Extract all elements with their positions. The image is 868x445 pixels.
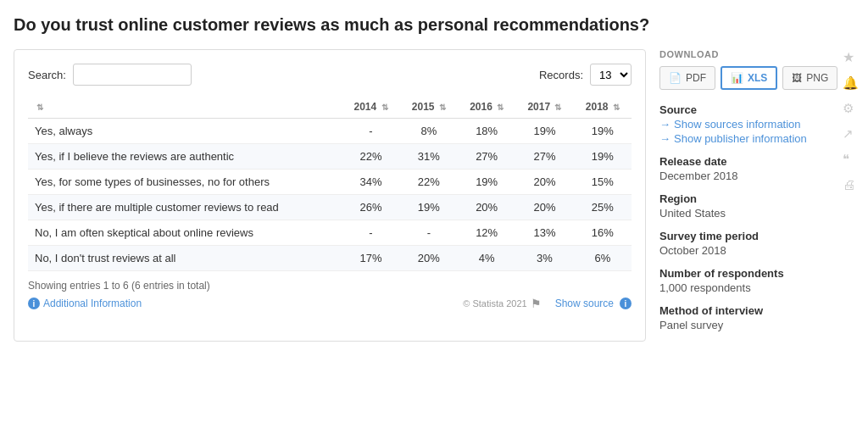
flag-icon: ⚑ [531, 297, 542, 310]
col-2018-label: 2018 [586, 101, 609, 113]
row-2017-value: 3% [515, 246, 573, 271]
table-row: No, I am often skeptical about online re… [28, 220, 632, 246]
row-2015-value: 8% [400, 119, 458, 144]
side-icons-strip: ★ 🔔 ⚙ ↗ ❝ 🖨 [843, 49, 859, 192]
png-download-button[interactable]: 🖼 PNG [782, 66, 837, 90]
col-header-2015[interactable]: 2015 ⇅ [400, 96, 458, 119]
row-2017-value: 19% [515, 119, 573, 144]
source-label: Source [659, 103, 837, 116]
right-panel: DOWNLOAD 📄 PDF 📊 XLS 🖼 PNG [659, 49, 854, 342]
right-content: DOWNLOAD 📄 PDF 📊 XLS 🖼 PNG [659, 49, 837, 342]
data-table: ⇅ 2014 ⇅ 2015 ⇅ 2016 ⇅ [28, 96, 632, 271]
page-title: Do you trust online customer reviews as … [14, 14, 854, 36]
respondents-item: Number of respondents 1,000 respondents [659, 267, 837, 294]
gear-icon[interactable]: ⚙ [843, 101, 859, 116]
show-sources-text: Show sources information [674, 118, 801, 131]
row-2015-value: 20% [400, 246, 458, 271]
row-2017-value: 27% [515, 144, 573, 170]
pdf-icon: 📄 [669, 72, 682, 84]
row-2015-value: 31% [400, 144, 458, 170]
method-of-interview-item: Method of interview Panel survey [659, 304, 837, 331]
col-header-2017[interactable]: 2017 ⇅ [515, 96, 573, 119]
table-header-row: ⇅ 2014 ⇅ 2015 ⇅ 2016 ⇅ [28, 96, 632, 119]
sort-icon-2014: ⇅ [381, 103, 388, 112]
row-2016-value: 19% [458, 170, 515, 195]
credit-text: © Statista 2021 [463, 298, 526, 309]
search-label: Search: [28, 69, 66, 81]
records-select[interactable]: 13 10 25 50 [590, 64, 632, 86]
table-row: Yes, if I believe the reviews are authen… [28, 144, 632, 170]
row-label: Yes, always [28, 119, 342, 144]
download-section: DOWNLOAD 📄 PDF 📊 XLS 🖼 PNG [659, 49, 837, 90]
xls-icon: 📊 [731, 72, 743, 84]
show-sources-link[interactable]: → Show sources information [659, 118, 837, 131]
download-label: DOWNLOAD [659, 49, 837, 59]
col-header-2016[interactable]: 2016 ⇅ [458, 96, 515, 119]
row-2016-value: 18% [458, 119, 515, 144]
row-label: Yes, if there are multiple customer revi… [28, 195, 342, 220]
show-source-label: Show source [555, 298, 614, 309]
col-header-label[interactable]: ⇅ [28, 96, 342, 119]
col-2016-label: 2016 [470, 101, 492, 113]
row-2014-value: - [342, 119, 399, 144]
show-publisher-link[interactable]: → Show publisher information [659, 132, 837, 145]
row-2014-value: 22% [342, 144, 399, 170]
meta-section: Source → Show sources information → Show… [659, 103, 837, 331]
sort-icon-2016: ⇅ [497, 103, 504, 112]
additional-info-link[interactable]: i Additional Information [28, 298, 142, 309]
survey-time-period-value: October 2018 [659, 244, 837, 257]
table-area: ⇅ 2014 ⇅ 2015 ⇅ 2016 ⇅ [28, 96, 632, 310]
xls-label: XLS [748, 72, 767, 84]
data-panel: Search: Records: 13 10 25 50 ⇅ [14, 49, 646, 342]
star-icon[interactable]: ★ [843, 49, 859, 65]
xls-download-button[interactable]: 📊 XLS [721, 66, 777, 90]
row-2018-value: 15% [574, 170, 632, 195]
showing-entries: Showing entries 1 to 6 (6 entries in tot… [28, 280, 632, 292]
sort-icon-2018: ⇅ [613, 103, 620, 112]
pdf-download-button[interactable]: 📄 PDF [659, 66, 715, 90]
table-row: No, I don't trust reviews at all17%20%4%… [28, 246, 632, 271]
quote-icon[interactable]: ❝ [843, 152, 859, 167]
source-info-icon: i [620, 298, 632, 309]
row-label: Yes, for some types of businesses, no fo… [28, 170, 342, 195]
row-label: No, I am often skeptical about online re… [28, 220, 342, 246]
records-label: Records: [539, 69, 583, 81]
row-2017-value: 20% [515, 195, 573, 220]
survey-time-period-label: Survey time period [659, 230, 837, 242]
release-date-value: December 2018 [659, 170, 837, 182]
print-icon[interactable]: 🖨 [843, 177, 859, 192]
arrow-publisher-icon: → [659, 132, 670, 145]
respondents-value: 1,000 respondents [659, 281, 837, 294]
region-item: Region United States [659, 192, 837, 220]
row-2014-value: 26% [342, 195, 399, 220]
row-2018-value: 19% [574, 144, 632, 170]
row-2018-value: 16% [574, 220, 632, 246]
additional-info-label: Additional Information [43, 298, 142, 309]
png-icon: 🖼 [792, 72, 802, 84]
col-header-2018[interactable]: 2018 ⇅ [574, 96, 632, 119]
source-item: Source → Show sources information → Show… [659, 103, 837, 145]
sort-icon-label: ⇅ [36, 103, 43, 112]
bell-icon[interactable]: 🔔 [843, 75, 859, 91]
sort-icon-2017: ⇅ [554, 103, 561, 112]
table-row: Yes, if there are multiple customer revi… [28, 195, 632, 220]
col-header-2014[interactable]: 2014 ⇅ [342, 96, 399, 119]
show-source-link[interactable]: Show source i [555, 298, 632, 309]
row-2014-value: 17% [342, 246, 399, 271]
row-2018-value: 19% [574, 119, 632, 144]
row-2018-value: 6% [574, 246, 632, 271]
statista-credit: © Statista 2021 ⚑ [463, 297, 541, 310]
col-2017-label: 2017 [527, 101, 550, 113]
search-input[interactable] [73, 64, 192, 86]
region-value: United States [659, 207, 837, 220]
row-2016-value: 4% [458, 246, 515, 271]
share-icon[interactable]: ↗ [843, 126, 859, 142]
col-2014-label: 2014 [354, 101, 377, 113]
show-publisher-text: Show publisher information [674, 132, 807, 145]
pdf-label: PDF [686, 72, 706, 84]
row-label: No, I don't trust reviews at all [28, 246, 342, 271]
row-2015-value: - [400, 220, 458, 246]
release-date-label: Release date [659, 155, 837, 168]
method-value: Panel survey [659, 319, 837, 331]
row-2015-value: 22% [400, 170, 458, 195]
